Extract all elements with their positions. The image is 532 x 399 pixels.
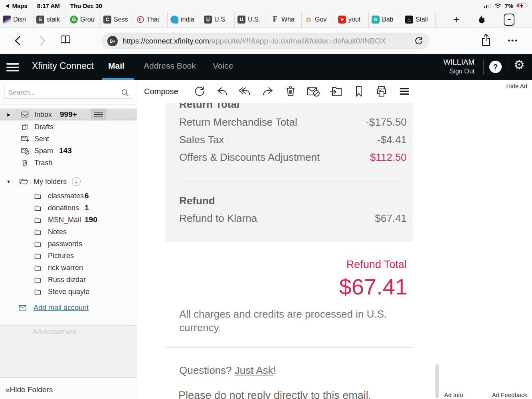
sidebar-folder-item[interactable]: Steve quayle [0,286,137,298]
browser-tab[interactable]: C Sess [101,11,134,28]
back-button[interactable] [14,35,22,46]
sidebar-folder-item[interactable]: passwords [0,238,137,250]
content-blocker-badge[interactable]: B+ [107,36,118,46]
folder-label[interactable]: Steve quayle [48,288,89,296]
sidebar-folder-item[interactable]: Notes [0,226,137,238]
add-mail-account-row[interactable]: Add mail account [0,302,137,314]
folder-label[interactable]: Russ dizdar [48,276,86,284]
private-mode-flame-icon[interactable] [477,14,487,25]
sidebar-item-inbox[interactable]: ▶ Inbox 999+ [0,109,137,120]
new-tab-button[interactable]: + [453,14,460,25]
nav-hamburger-icon[interactable] [6,63,19,73]
hide-ad-button[interactable]: Hide Ad [506,83,527,89]
search-box[interactable] [4,86,133,99]
folder-label[interactable]: Drafts [34,123,53,131]
more-menu-icon[interactable] [398,85,411,98]
folder-label[interactable]: Pictures [48,252,74,260]
more-options-icon[interactable]: ••• [508,37,518,45]
unread-count: 6 [85,192,89,200]
sidebar-folder-item[interactable]: MSN_Mail 190 [0,214,137,226]
print-icon[interactable] [375,85,388,98]
back-to-app[interactable]: ◀ Maps 8:17 AM Thu Dec 30 [0,2,102,9]
sidebar-my-folders-header[interactable]: ▼ My folders + [0,176,137,188]
folder-sidebar: ▶ Inbox 999+ Drafts Sent [0,80,137,399]
tab-favicon [170,16,178,24]
folder-label[interactable]: MSN_Mail [48,216,81,224]
help-icon[interactable]: ? [489,61,502,73]
reply-all-icon[interactable] [238,85,252,98]
hide-folders-button[interactable]: «Hide Folders [6,385,53,394]
folder-label[interactable]: Notes [48,228,67,236]
url-field[interactable]: B+ https://connect.xfinity.com/appsuite/… [102,33,429,49]
browser-tab[interactable]: S stalk [34,11,67,28]
reload-icon[interactable] [414,36,423,46]
sidebar-item-spam[interactable]: Spam 143 [0,145,137,157]
mail-main-area: Compose [137,80,440,399]
collapse-triangle-icon[interactable]: ▼ [6,179,11,184]
refresh-icon[interactable] [193,85,206,98]
tab-voice[interactable]: Voice [213,61,233,71]
forward-button[interactable] [38,35,47,46]
reply-icon[interactable] [216,85,229,98]
scrollbar-thumb[interactable] [435,364,439,398]
folder-label[interactable]: Spam [34,147,53,155]
back-app-label[interactable]: Maps [12,2,27,9]
browser-tab[interactable]: ⚖ Gov [302,11,335,28]
bookmarks-book-icon[interactable] [60,35,71,45]
tab-address-book[interactable]: Address Book [144,61,196,71]
browser-tab[interactable]: F Wha [268,11,302,28]
add-mail-account-link[interactable]: Add mail account [34,304,89,312]
folder-label[interactable]: rick warren [48,264,83,272]
sidebar-folder-item[interactable]: classmates 6 [0,190,137,202]
tab-favicon [3,16,11,24]
sidebar-item-drafts[interactable]: Drafts [0,121,137,133]
browser-tab[interactable]: G Grou [67,11,101,28]
tab-favicon: ⌂ [405,16,413,24]
add-folder-button[interactable]: + [72,177,81,186]
sidebar-item-trash[interactable]: Trash [0,157,137,169]
browser-tab[interactable]: b Bab [369,11,402,28]
bookmark-flag-icon[interactable] [352,85,366,98]
sidebar-item-sent[interactable]: Sent [0,133,137,145]
forward-icon[interactable] [261,85,275,98]
folder-label[interactable]: Inbox [34,111,52,119]
mail-toolbar: Compose [137,80,440,103]
browser-tab[interactable]: U U.S. [201,11,235,28]
sidebar-folder-item[interactable]: Russ dizdar [0,274,137,286]
folder-label[interactable]: donations [48,204,79,212]
ad-feedback-link[interactable]: Ad Feedback [492,391,527,398]
browser-tab[interactable]: yout [335,11,369,28]
share-icon[interactable] [481,34,491,46]
tab-mail[interactable]: Mail [108,61,125,71]
browser-tab[interactable]: Disn [0,11,34,28]
browser-tab[interactable]: india [168,11,201,28]
sidebar-folder-item[interactable]: Pictures [0,250,137,262]
tab-title: stalk [47,16,60,23]
browser-tab[interactable]: U U.S. [235,11,268,28]
folder-label[interactable]: Trash [34,159,52,167]
search-input[interactable] [4,89,121,97]
hide-tab-bar-button[interactable] [504,14,514,26]
expand-triangle-icon[interactable]: ▶ [7,112,10,117]
delete-icon[interactable] [284,85,297,98]
sidebar-folder-item[interactable]: rick warren [0,262,137,274]
folder-label[interactable]: passwords [48,240,82,248]
just-ask-link[interactable]: Just Ask [235,364,273,376]
browser-tab[interactable]: E Thai [134,11,168,28]
compose-button[interactable]: Compose [144,87,178,96]
folder-label[interactable]: Sent [34,135,49,143]
tab-favicon: S [36,16,44,24]
inbox-icon [21,111,29,119]
sidebar-folder-item[interactable]: donations 1 [0,202,137,214]
my-folders-label[interactable]: My folders [34,178,67,186]
inbox-context-menu-button[interactable] [91,109,106,120]
move-to-folder-icon[interactable] [329,85,343,98]
ad-info-link[interactable]: Ad Info [444,391,463,398]
folder-label[interactable]: classmates [48,192,84,200]
mark-spam-icon[interactable] [307,85,320,98]
search-icon[interactable] [121,89,129,97]
browser-tab[interactable]: ⌂ Stall [402,11,436,28]
sign-out-link[interactable]: Sign Out [443,68,475,75]
tab-title: yout [348,16,360,23]
settings-gear-icon[interactable]: ⚙ [514,59,525,71]
